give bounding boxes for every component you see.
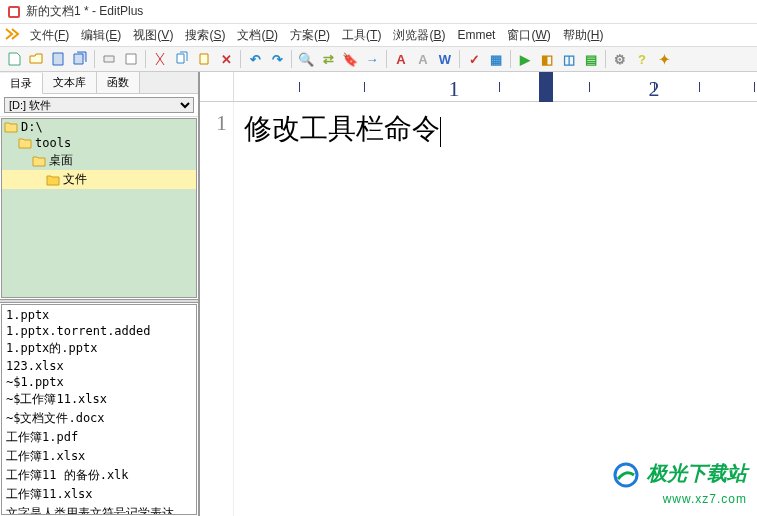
text-caret xyxy=(440,117,441,147)
plugin-button[interactable]: ✦ xyxy=(654,49,674,69)
sidebar-tabs: 目录文本库函数 xyxy=(0,72,198,94)
file-item[interactable]: 工作簿1.xlsx xyxy=(4,447,194,466)
file-item[interactable]: 工作簿1.pdf xyxy=(4,428,194,447)
drive-select[interactable]: [D:] 软件 xyxy=(4,97,194,113)
print-preview-button[interactable] xyxy=(121,49,141,69)
editor-pane: 12 ▸1 修改工具栏命令 极光下载站 www.xz7.com xyxy=(200,72,757,516)
file-item[interactable]: 工作簿11 的备份.xlk xyxy=(4,466,194,485)
titlebar: 新的文档1 * - EditPlus xyxy=(0,0,757,24)
bookmark-button[interactable]: 🔖 xyxy=(340,49,360,69)
ruler-tick xyxy=(454,82,455,92)
sidebar-tab-目录[interactable]: 目录 xyxy=(0,73,43,94)
tree-node[interactable]: 文件 xyxy=(2,170,196,189)
menu-S[interactable]: 搜索(S) xyxy=(179,26,231,44)
menu-E[interactable]: 编辑(E) xyxy=(75,26,127,44)
settings-button[interactable]: ⚙ xyxy=(610,49,630,69)
paste-button[interactable] xyxy=(194,49,214,69)
menu-P[interactable]: 方案(P) xyxy=(284,26,336,44)
ruler[interactable]: 12 xyxy=(200,72,757,102)
line-number: 1 xyxy=(216,110,227,135)
tree-label: D:\ xyxy=(21,120,43,134)
file-item[interactable]: 1.pptx xyxy=(4,307,194,323)
watermark-logo-icon xyxy=(612,461,640,492)
file-item[interactable]: ~$工作簿11.xlsx xyxy=(4,390,194,409)
file-item[interactable]: ~$文档文件.docx xyxy=(4,409,194,428)
file-item[interactable]: 1.pptx的.pptx xyxy=(4,339,194,358)
menu-Emmet[interactable]: Emmet xyxy=(451,26,501,44)
menu-V[interactable]: 视图(V) xyxy=(127,26,179,44)
editor-content[interactable]: 修改工具栏命令 xyxy=(234,102,757,516)
file-list[interactable]: 1.pptx1.pptx.torrent.added1.pptx的.pptx12… xyxy=(1,304,197,515)
folder-icon xyxy=(32,155,46,167)
ruler-tick xyxy=(589,82,590,92)
delete-button[interactable]: ✕ xyxy=(216,49,236,69)
ruler-tick xyxy=(299,82,300,92)
tree-label: 文件 xyxy=(63,171,87,188)
tree-node[interactable]: D:\ xyxy=(2,119,196,135)
toolbar-separator xyxy=(386,50,387,68)
open-file-button[interactable] xyxy=(26,49,46,69)
menu-H[interactable]: 帮助(H) xyxy=(557,26,610,44)
print-button[interactable] xyxy=(99,49,119,69)
file-item[interactable]: 123.xlsx xyxy=(4,358,194,374)
directory-tree[interactable]: D:\tools桌面文件 xyxy=(1,118,197,298)
spell-check-button[interactable]: ✓ xyxy=(464,49,484,69)
ruler-tick xyxy=(754,82,755,92)
redo-button[interactable]: ↷ xyxy=(267,49,287,69)
cut-button[interactable] xyxy=(150,49,170,69)
undo-button[interactable]: ↶ xyxy=(245,49,265,69)
file-item[interactable]: 工作簿11.xlsx xyxy=(4,485,194,504)
editor-text: 修改工具栏命令 xyxy=(244,113,440,144)
menu-B[interactable]: 浏览器(B) xyxy=(387,26,451,44)
edit-area[interactable]: ▸1 修改工具栏命令 xyxy=(200,102,757,516)
menu-D[interactable]: 文档(D) xyxy=(231,26,284,44)
sidebar-splitter[interactable] xyxy=(0,299,198,303)
folder-icon xyxy=(46,174,60,186)
folder-icon xyxy=(18,137,32,149)
toolbar-separator xyxy=(459,50,460,68)
toolbar-separator xyxy=(605,50,606,68)
ruler-tick xyxy=(654,82,655,92)
sidebar-tab-文本库[interactable]: 文本库 xyxy=(43,72,97,93)
new-file-button[interactable] xyxy=(4,49,24,69)
output-panel-button[interactable]: ▤ xyxy=(581,49,601,69)
save-button[interactable] xyxy=(48,49,68,69)
main-area: 目录文本库函数 [D:] 软件 D:\tools桌面文件 1.pptx1.ppt… xyxy=(0,72,757,516)
ruler-tick xyxy=(699,82,700,92)
watermark: 极光下载站 www.xz7.com xyxy=(612,460,747,506)
font-increase-button[interactable]: A xyxy=(391,49,411,69)
file-item[interactable]: ~$1.pptx xyxy=(4,374,194,390)
find-replace-button[interactable]: ⇄ xyxy=(318,49,338,69)
sidebar: 目录文本库函数 [D:] 软件 D:\tools桌面文件 1.pptx1.ppt… xyxy=(0,72,200,516)
menu-W[interactable]: 窗口(W) xyxy=(501,26,556,44)
copy-button[interactable] xyxy=(172,49,192,69)
svg-rect-1 xyxy=(10,8,18,16)
help-button[interactable]: ? xyxy=(632,49,652,69)
menu-F[interactable]: 文件(F) xyxy=(24,26,75,44)
app-icon xyxy=(6,4,22,20)
word-wrap-button[interactable]: W xyxy=(435,49,455,69)
ruler-marker[interactable] xyxy=(539,72,553,102)
toolbar-separator xyxy=(291,50,292,68)
toolbar-separator xyxy=(240,50,241,68)
file-item[interactable]: 文字是人类用表文符号记学表达 xyxy=(4,504,194,515)
side-panel-button[interactable]: ◫ xyxy=(559,49,579,69)
sidebar-tab-函数[interactable]: 函数 xyxy=(97,72,140,93)
goto-button[interactable]: → xyxy=(362,49,382,69)
browser-preview-button[interactable]: ▶ xyxy=(515,49,535,69)
menu-T[interactable]: 工具(T) xyxy=(336,26,387,44)
tree-label: tools xyxy=(35,136,71,150)
find-button[interactable]: 🔍 xyxy=(296,49,316,69)
menubar: 文件(F)编辑(E)视图(V)搜索(S)文档(D)方案(P)工具(T)浏览器(B… xyxy=(0,24,757,46)
browser-toggle-button[interactable]: ◧ xyxy=(537,49,557,69)
menu-app-icon[interactable] xyxy=(4,26,20,45)
column-select-button[interactable]: ▦ xyxy=(486,49,506,69)
line-gutter: ▸1 xyxy=(200,102,234,516)
tree-node[interactable]: tools xyxy=(2,135,196,151)
file-item[interactable]: 1.pptx.torrent.added xyxy=(4,323,194,339)
drive-selector-row: [D:] 软件 xyxy=(0,94,198,117)
font-decrease-button[interactable]: A xyxy=(413,49,433,69)
ruler-tick xyxy=(364,82,365,92)
tree-node[interactable]: 桌面 xyxy=(2,151,196,170)
save-all-button[interactable] xyxy=(70,49,90,69)
